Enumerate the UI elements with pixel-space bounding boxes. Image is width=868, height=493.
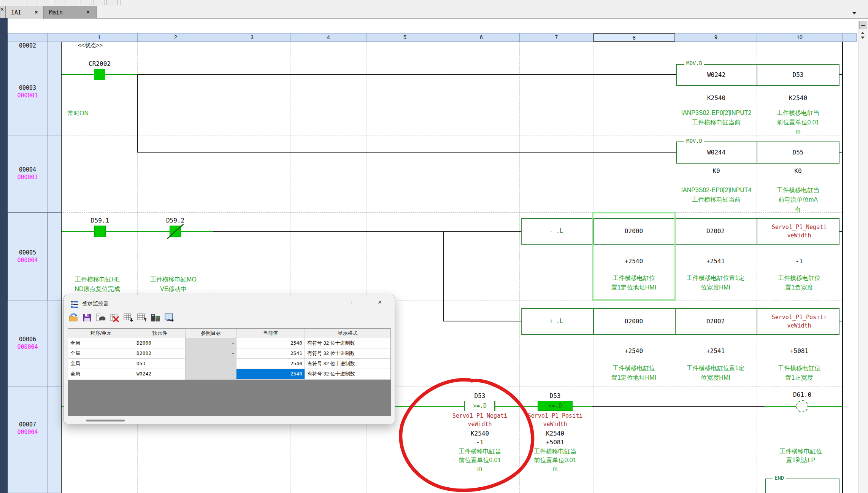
column-header-7[interactable]: 7: [519, 33, 593, 42]
device-cell[interactable]: D2002: [134, 348, 186, 359]
scope-cell[interactable]: 全局: [68, 338, 134, 348]
ref-cell[interactable]: -: [186, 359, 236, 369]
watch-row[interactable]: 全局 W0242 - 2540 有符号 32 位十进制数: [68, 369, 390, 379]
format-cell[interactable]: 有符号 32 位十进制数: [305, 348, 390, 359]
contact-cr2002[interactable]: [94, 69, 105, 80]
toolbar-stub-icon[interactable]: [106, 0, 118, 5]
block-operand-a[interactable]: D2000: [603, 318, 664, 325]
maximize-button[interactable]: □: [345, 297, 361, 308]
mov-src-comment: IANP3S02-EP0[2]INPUT2 工件横移电缸当前: [681, 108, 752, 127]
rung-row-cell[interactable]: [47, 49, 61, 135]
ref-cell[interactable]: -: [186, 348, 236, 359]
value-cell-selected[interactable]: 2540: [236, 369, 305, 379]
block-operand-b[interactable]: D2002: [685, 227, 746, 235]
column-header-8-selected[interactable]: 8: [593, 33, 675, 42]
tab-main[interactable]: Main ×: [43, 6, 97, 19]
ref-cell[interactable]: -: [186, 369, 236, 379]
toolbar-stub-icon[interactable]: [94, 0, 105, 5]
col-header[interactable]: 显示格式: [305, 329, 390, 338]
column-header-5[interactable]: 5: [367, 33, 443, 42]
device-cell[interactable]: D53: [134, 359, 186, 369]
vertical-scrollbar[interactable]: [858, 21, 868, 493]
contact-comment: 常时ON: [67, 108, 121, 118]
toolbar-stub-icon[interactable]: [81, 0, 92, 5]
insert-row-above-icon[interactable]: [137, 313, 147, 323]
device-cell[interactable]: D2000: [134, 338, 186, 348]
rung-row-cell[interactable]: [47, 386, 61, 471]
contact-label: CR2002: [81, 60, 119, 67]
compare-contact-closed[interactable]: <=.D: [538, 401, 573, 411]
watch-row[interactable]: 全局 D53 - 2540 有符号 32 位十进制数: [68, 359, 390, 369]
split-up-icon[interactable]: [861, 32, 865, 34]
save-icon[interactable]: [82, 313, 92, 323]
delete-row-icon[interactable]: [109, 313, 119, 323]
format-cell[interactable]: 有符号 32 位十进制数: [305, 338, 390, 348]
col-header[interactable]: 程序/单元: [68, 329, 134, 338]
close-icon[interactable]: ×: [0, 6, 4, 13]
scope-cell[interactable]: 全局: [68, 369, 134, 379]
value-cell[interactable]: 2540: [236, 359, 305, 369]
device-cell[interactable]: W0242: [134, 369, 186, 379]
column-header-4[interactable]: 4: [290, 33, 367, 42]
compare-contact-open[interactable]: [494, 401, 495, 411]
close-icon[interactable]: ×: [35, 9, 38, 16]
rung-status-comment: <<状态>>: [78, 42, 103, 49]
insert-row-below-icon[interactable]: [123, 313, 133, 323]
monitor-transfer-icon[interactable]: [164, 313, 174, 323]
column-header-10[interactable]: 10: [757, 33, 843, 42]
register-device-icon[interactable]: [151, 313, 160, 323]
toolbar-stub-icon[interactable]: [39, 0, 50, 5]
mov-dst-device[interactable]: D53: [768, 71, 828, 78]
mov-dst-device[interactable]: D55: [768, 149, 828, 156]
toolbar-stub-icon[interactable]: [67, 0, 78, 5]
horizontal-scrollbar-thumb[interactable]: [86, 420, 125, 421]
block-output-symbol[interactable]: Servo1_P1_NegativeWidth: [771, 223, 828, 240]
column-header-2[interactable]: 2: [137, 33, 214, 42]
col-header[interactable]: 软元件: [134, 329, 186, 338]
watch-window[interactable]: 登录监控器 — □ ×: [63, 295, 395, 424]
scope-cell[interactable]: 全局: [68, 348, 134, 359]
ref-cell[interactable]: -: [186, 338, 236, 348]
tab-stub[interactable]: ×: [0, 6, 5, 19]
compare-contact-open[interactable]: [464, 401, 465, 411]
minimize-button[interactable]: —: [319, 297, 335, 308]
column-header-3[interactable]: 3: [214, 33, 290, 42]
column-header-9[interactable]: 9: [675, 33, 757, 42]
block-output-symbol[interactable]: Servo1_P1_PositiveWidth: [771, 313, 828, 330]
rung-row-cell[interactable]: [47, 135, 61, 213]
mov-src-device[interactable]: W0244: [686, 149, 747, 156]
rung-row-cell[interactable]: [8, 471, 48, 493]
contact-d59-1[interactable]: [94, 226, 106, 237]
toolbar-stub-icon[interactable]: [27, 0, 38, 5]
close-icon[interactable]: ×: [86, 9, 90, 16]
watch-row[interactable]: 全局 D2002 - 2541 有符号 32 位十进制数: [68, 348, 390, 359]
block-operand-b[interactable]: D2002: [685, 318, 746, 325]
column-header-1[interactable]: 1: [61, 33, 138, 42]
col-header[interactable]: 当前值: [236, 329, 305, 338]
format-cell[interactable]: 有符号 32 位十进制数: [305, 359, 390, 369]
find-device-icon[interactable]: [96, 313, 106, 323]
split-down-icon[interactable]: [861, 37, 865, 39]
coil-d61-0[interactable]: [796, 400, 808, 412]
watch-row[interactable]: 全局 D2000 - 2540 有符号 32 位十进制数: [68, 338, 390, 348]
toolbar-stub-icon[interactable]: [54, 0, 65, 5]
rung-row-cell[interactable]: [47, 471, 61, 493]
dropdown-arrow-icon[interactable]: [852, 12, 856, 14]
tab-iai[interactable]: IAI ×: [5, 6, 44, 19]
open-file-icon[interactable]: [68, 313, 78, 323]
scrollbar-top-button[interactable]: [859, 21, 867, 29]
format-cell[interactable]: 有符号 32 位十进制数: [305, 369, 390, 379]
rung-row-cell[interactable]: [47, 41, 61, 49]
toolbar-stub-icon[interactable]: [1, 0, 12, 5]
scope-cell[interactable]: 全局: [68, 359, 134, 369]
value-cell[interactable]: 2540: [236, 338, 305, 348]
rung-row-cell-selected[interactable]: [47, 212, 61, 301]
mov-src-device[interactable]: W0242: [686, 71, 747, 78]
toolbar-stub-icon[interactable]: [13, 0, 24, 5]
column-header-6[interactable]: 6: [443, 33, 520, 42]
close-button[interactable]: ×: [372, 297, 388, 308]
col-header[interactable]: 参照目标: [186, 329, 236, 338]
left-power-rail: [61, 42, 62, 493]
rung-row-cell[interactable]: [47, 301, 61, 386]
value-cell[interactable]: 2541: [236, 348, 305, 359]
